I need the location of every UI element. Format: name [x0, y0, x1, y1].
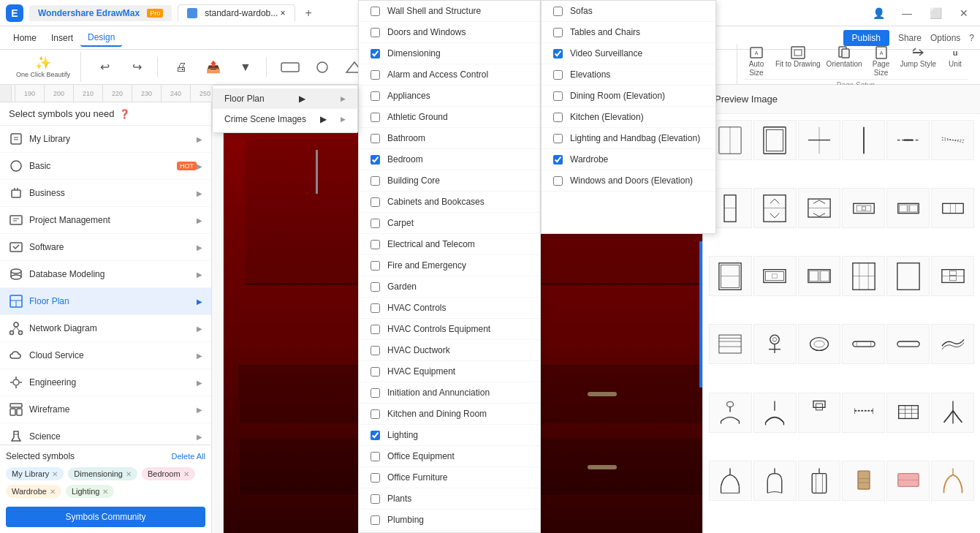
symbols-community-button[interactable]: Symbols Community	[6, 507, 205, 527]
checkbox-dimensioning[interactable]	[371, 49, 380, 58]
preview-item-13[interactable]	[709, 256, 752, 296]
checkbox-tables-chairs[interactable]	[553, 28, 563, 37]
menu-home[interactable]: Home	[6, 30, 44, 46]
checkbox-hvac-ductwork[interactable]	[371, 346, 380, 355]
preview-item-17[interactable]	[886, 256, 930, 296]
one-click-beautify-button[interactable]: ✨ One Click Beautify	[12, 52, 75, 82]
cat-elevations[interactable]: Elevations	[542, 64, 715, 86]
checkbox-plumbing[interactable]	[371, 515, 380, 525]
cat-initiation[interactable]: Initiation and Annunciation	[359, 382, 540, 404]
preview-item-14[interactable]	[753, 256, 797, 296]
crime-scene-menu-item[interactable]: Crime Scene Images ▶	[213, 109, 357, 129]
checkbox-lighting[interactable]	[371, 431, 380, 440]
checkbox-sofas[interactable]	[553, 7, 563, 16]
preview-item-29[interactable]	[886, 393, 930, 433]
cat-hvac-controls-equip[interactable]: HVAC Controls Equipment	[359, 319, 540, 340]
checkbox-doors-windows[interactable]	[371, 28, 380, 37]
tag-bedroom[interactable]: Bedroom ✕	[142, 467, 195, 480]
preview-item-28[interactable]	[842, 393, 885, 433]
avatar[interactable]: 👤	[867, 6, 890, 20]
preview-item-3[interactable]	[798, 120, 841, 160]
preview-item-21[interactable]	[798, 324, 841, 364]
cat-hvac-equip[interactable]: HVAC Equipment	[359, 361, 540, 382]
cat-garden[interactable]: Garden	[359, 276, 540, 298]
checkbox-wall-shell[interactable]	[371, 7, 380, 16]
cat-office-furniture[interactable]: Office Furniture	[359, 467, 540, 488]
preview-item-4[interactable]	[842, 120, 885, 160]
checkbox-cabinets[interactable]	[371, 197, 380, 207]
checkbox-office-furniture[interactable]	[371, 473, 380, 483]
cat-lighting[interactable]: Lighting	[359, 425, 540, 446]
sidebar-item-science[interactable]: Science ▶	[0, 423, 211, 445]
checkbox-windows-doors-elev[interactable]	[553, 176, 563, 186]
cat-windows-doors-elev[interactable]: Windows and Doors (Elevation)	[542, 170, 715, 192]
checkbox-plants[interactable]	[371, 494, 380, 504]
preview-item-23[interactable]	[886, 324, 930, 364]
preview-item-25[interactable]	[709, 393, 752, 433]
checkbox-carpet[interactable]	[371, 219, 380, 228]
preview-item-30[interactable]	[931, 393, 974, 433]
cat-athletic[interactable]: Athletic Ground	[359, 107, 540, 128]
preview-item-19[interactable]	[709, 324, 752, 364]
sidebar-item-engineering[interactable]: Engineering ▶	[0, 369, 211, 396]
tag-close-wardrobe[interactable]: ✕	[50, 488, 56, 496]
cat-tables-chairs[interactable]: Tables and Chairs	[542, 22, 715, 43]
checkbox-fire[interactable]	[371, 261, 380, 271]
close-button[interactable]: ✕	[954, 6, 974, 20]
checkbox-hvac-equip[interactable]	[371, 367, 380, 377]
cat-electrical[interactable]: Electrical and Telecom	[359, 234, 540, 255]
checkbox-hvac-controls[interactable]	[371, 303, 380, 313]
tag-close-dimensioning[interactable]: ✕	[126, 470, 132, 478]
unit-button[interactable]: u Unit	[942, 45, 968, 78]
delete-all-button[interactable]: Delete All	[172, 452, 205, 461]
checkbox-building-core[interactable]	[371, 176, 380, 186]
cat-wall-shell[interactable]: Wall Shell and Structure	[359, 1, 540, 22]
preview-item-26[interactable]	[753, 393, 797, 433]
cat-alarm[interactable]: Alarm and Access Control	[359, 64, 540, 86]
preview-item-10[interactable]	[842, 188, 885, 228]
tag-lighting[interactable]: Lighting ✕	[66, 485, 115, 498]
app-tab-file[interactable]: standard-wardob... ×	[178, 4, 295, 21]
tag-dimensioning[interactable]: Dimensioning ✕	[68, 467, 137, 480]
checkbox-bedroom[interactable]	[371, 155, 380, 165]
app-tab-edrawmax[interactable]: Wondershare EdrawMax Pro	[29, 5, 172, 21]
checkbox-kitchen-elevation[interactable]	[553, 113, 563, 122]
cat-kitchen-dining[interactable]: Kitchen and Dining Room	[359, 404, 540, 425]
minimize-button[interactable]: —	[896, 6, 918, 20]
cat-bathroom[interactable]: Bathroom	[359, 128, 540, 149]
checkbox-alarm[interactable]	[371, 70, 380, 80]
preview-item-9[interactable]	[798, 188, 841, 228]
cat-dimensioning[interactable]: Dimensioning	[359, 43, 540, 64]
preview-item-34[interactable]	[842, 461, 885, 501]
cat-doors-windows[interactable]: Doors and Windows	[359, 22, 540, 43]
tag-close-lighting[interactable]: ✕	[102, 488, 108, 496]
preview-item-18[interactable]	[931, 256, 974, 296]
cat-lighting-handbag[interactable]: Lighting and Handbag (Elevation)	[542, 128, 715, 149]
sidebar-item-business[interactable]: Business ▶	[0, 180, 211, 207]
checkbox-video-surveillance[interactable]	[553, 49, 563, 58]
add-tab-button[interactable]: +	[301, 7, 316, 20]
export-button[interactable]: 📤	[199, 57, 228, 77]
preview-item-33[interactable]	[798, 461, 841, 501]
sidebar-item-software[interactable]: Software ▶	[0, 234, 211, 261]
cat-bedroom[interactable]: Bedroom	[359, 149, 540, 170]
sidebar-item-floor-plan[interactable]: Floor Plan ▶	[0, 288, 211, 315]
cat-hvac-ductwork[interactable]: HVAC Ductwork	[359, 340, 540, 361]
tag-wardrobe[interactable]: Wardrobe ✕	[6, 485, 61, 498]
preview-item-27[interactable]	[798, 393, 841, 433]
preview-item-6[interactable]	[931, 120, 974, 160]
sidebar-item-database-modeling[interactable]: Database Modeling ▶	[0, 261, 211, 288]
tag-my-library[interactable]: My Library ✕	[6, 467, 64, 480]
checkbox-kitchen-dining[interactable]	[371, 409, 380, 419]
sidebar-item-wireframe[interactable]: Wireframe ▶	[0, 396, 211, 423]
dropdown-button[interactable]: ▼	[231, 58, 260, 77]
preview-item-22[interactable]	[842, 324, 885, 364]
page-size-button[interactable]: A PageSize	[868, 45, 894, 78]
redo-button[interactable]: ↪	[122, 57, 151, 77]
checkbox-hvac-controls-equip[interactable]	[371, 325, 380, 334]
jump-style-button[interactable]: Jump Style	[900, 45, 936, 78]
preview-item-31[interactable]	[709, 461, 752, 501]
preview-item-15[interactable]	[798, 256, 841, 296]
cat-carpet[interactable]: Carpet	[359, 213, 540, 234]
checkbox-athletic[interactable]	[371, 113, 380, 122]
